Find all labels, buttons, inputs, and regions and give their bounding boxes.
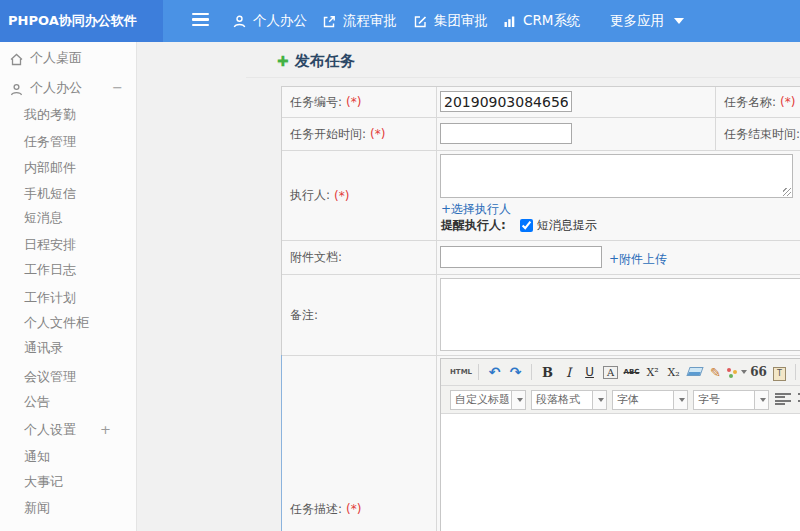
rich-text-editor: HTML ↶ ↷ B I U A ABC X² X₂ ✎ (440, 358, 800, 531)
toolbar-separator (531, 364, 532, 380)
strikethrough-button[interactable]: ABC (622, 362, 641, 383)
task-number-label: 任务编号:(*) (282, 87, 437, 118)
end-time-label: 任务结束时间:(*) (716, 118, 800, 151)
required-mark: (*) (334, 189, 349, 203)
remark-field-cell (437, 275, 800, 356)
page-title-text: 发布任务 (295, 52, 355, 71)
edit-icon (413, 14, 428, 29)
collapse-minus-icon[interactable]: − (112, 75, 123, 101)
expand-plus-icon[interactable]: + (100, 417, 111, 443)
sidebar-item-personal-office[interactable]: 个人办公 − (0, 75, 136, 101)
sidebar-item-news[interactable]: 新闻 (0, 495, 136, 521)
attachment-upload-link[interactable]: +附件上传 (609, 251, 667, 268)
italic-button[interactable]: I (559, 362, 578, 383)
home-icon (9, 50, 24, 76)
source-code-button[interactable]: HTML (450, 362, 472, 383)
sidebar-item-meeting-management[interactable]: 会议管理 (0, 364, 136, 390)
remark-label: 备注: (282, 275, 437, 356)
remark-textarea[interactable] (440, 278, 800, 351)
description-field-cell: HTML ↶ ↷ B I U A ABC X² X₂ ✎ (437, 356, 800, 531)
required-mark: (*) (370, 127, 385, 141)
sidebar-item-notice[interactable]: 通知 (0, 444, 136, 470)
publish-task-form: 任务编号:(*) 任务名称:(*) 任务开始时间:(*) 任务结束时间:(*) … (281, 86, 800, 531)
undo-button[interactable]: ↶ (485, 362, 504, 383)
sidebar-item-internal-mail[interactable]: 内部邮件 (0, 155, 136, 181)
description-label-cell: 任务描述:(*) (282, 356, 437, 531)
executor-field-cell: +选择执行人 提醒执行人: 短消息提示 (437, 151, 800, 241)
editor-toolbar-row1: HTML ↶ ↷ B I U A ABC X² X₂ ✎ (441, 359, 800, 386)
toolbar-separator (478, 364, 479, 380)
sidebar-item-announcement[interactable]: 公告 (0, 389, 136, 415)
sidebar-item-personal-settings[interactable]: 个人设置 + (0, 417, 136, 443)
process-icon (322, 14, 337, 29)
sidebar-item-milestones[interactable]: 大事记 (0, 469, 136, 495)
sidebar-item-personal-desktop[interactable]: 个人桌面 (0, 45, 136, 71)
emoticons-icon[interactable] (727, 362, 747, 383)
task-number-input[interactable] (440, 91, 572, 112)
sidebar-item-schedule[interactable]: 日程安排 (0, 232, 136, 258)
task-number-field-cell (437, 87, 716, 118)
paintbrush-icon[interactable]: ✎ (706, 362, 725, 383)
executor-label: 执行人:(*) (282, 151, 437, 241)
nav-item-more-apps[interactable]: 更多应用 (610, 0, 684, 42)
remind-executor-row: 提醒执行人: 短消息提示 (441, 217, 597, 234)
superscript-button[interactable]: X² (643, 362, 662, 383)
start-time-label: 任务开始时间:(*) (282, 118, 437, 151)
redo-button[interactable]: ↷ (506, 362, 525, 383)
custom-heading-dropdown[interactable]: 自定义标题 (450, 390, 526, 410)
required-mark: (*) (346, 95, 361, 109)
caret-down-icon (741, 370, 747, 374)
app-window: PHPOA协同办公软件 个人办公 流程审批 集团审批 (0, 0, 800, 531)
sidebar-item-task-management[interactable]: 任务管理 (0, 129, 136, 155)
start-time-field-cell (437, 118, 716, 151)
task-name-label: 任务名称:(*) (716, 87, 800, 118)
start-time-input[interactable] (440, 123, 572, 144)
attachment-field-cell: +附件上传 (437, 241, 800, 275)
nav-item-personal-office[interactable]: 个人办公 (232, 0, 307, 42)
nav-item-workflow-approval[interactable]: 流程审批 (322, 0, 397, 42)
sidebar-item-work-plan[interactable]: 工作计划 (0, 285, 136, 311)
sidebar-item-my-attendance[interactable]: 我的考勤 (0, 102, 136, 128)
attachment-input[interactable] (440, 246, 602, 268)
align-left-icon[interactable] (774, 391, 792, 408)
sidebar-item-personal-files[interactable]: 个人文件柜 (0, 310, 136, 336)
sms-remind-option-label: 短消息提示 (537, 217, 597, 234)
subscript-button[interactable]: X₂ (664, 362, 683, 383)
sidebar-item-mobile-sms[interactable]: 手机短信 (0, 181, 136, 207)
blockquote-button[interactable]: 66 (749, 362, 768, 383)
top-navigation-bar: PHPOA协同办公软件 个人办公 流程审批 集团审批 (0, 0, 800, 42)
underline-button[interactable]: U (580, 362, 599, 383)
nav-item-group-approval[interactable]: 集团审批 (413, 0, 488, 42)
font-family-dropdown[interactable]: 字体 (612, 390, 688, 410)
bold-button[interactable]: B (538, 362, 557, 383)
remind-executor-label: 提醒执行人: (441, 217, 506, 234)
caret-down-icon (679, 398, 685, 402)
sidebar-item-contacts[interactable]: 通讯录 (0, 335, 136, 361)
format-font-button[interactable]: A (601, 362, 620, 383)
sidebar-menu: 个人桌面 个人办公 − 我的考勤 任务管理 内部邮件 手机短信 短消息 日程安排… (0, 42, 137, 531)
caret-down-icon (674, 18, 684, 24)
font-size-dropdown[interactable]: 字号 (693, 390, 769, 410)
paragraph-format-dropdown[interactable]: 段落格式 (531, 390, 607, 410)
hamburger-menu-icon[interactable] (192, 13, 209, 28)
attachment-label: 附件文档: (282, 241, 437, 275)
paste-as-text-icon[interactable]: T (770, 362, 789, 383)
eraser-icon[interactable] (685, 362, 704, 383)
header-divider (246, 77, 800, 78)
toolbar-separator (795, 364, 796, 380)
sms-remind-checkbox[interactable] (520, 219, 533, 232)
resize-handle[interactable] (783, 188, 791, 196)
description-row-accent-border (281, 355, 282, 531)
required-mark: (*) (780, 95, 795, 109)
description-label: 任务描述:(*) (290, 501, 361, 518)
select-executor-link[interactable]: +选择执行人 (441, 201, 511, 218)
required-mark: (*) (346, 502, 361, 516)
executor-textarea[interactable] (440, 154, 793, 198)
sidebar-item-work-log[interactable]: 工作日志 (0, 257, 136, 283)
add-task-plus-icon: ✚ (277, 53, 289, 69)
sidebar-item-short-message[interactable]: 短消息 (0, 205, 136, 231)
caret-down-icon (517, 398, 523, 402)
editor-toolbar-row2: 自定义标题 段落格式 字体 字号 (441, 386, 800, 414)
nav-item-crm-system[interactable]: CRM系统 (502, 0, 580, 42)
editor-content-area[interactable] (441, 416, 800, 531)
